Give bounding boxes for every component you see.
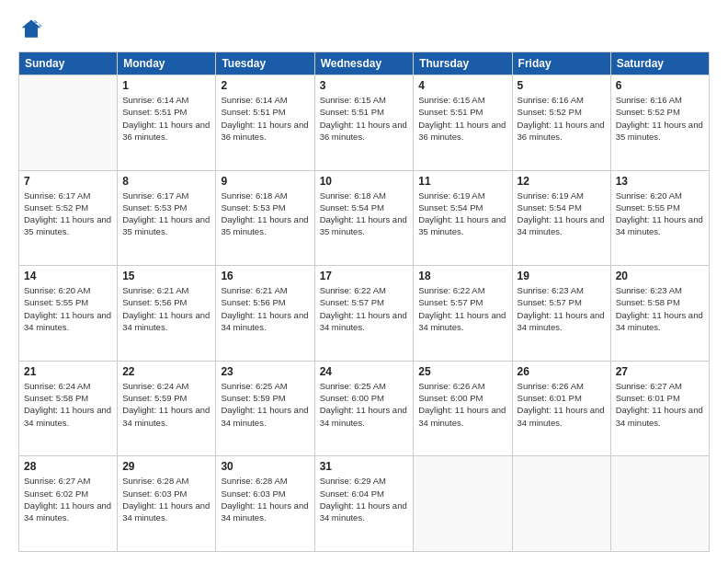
day-cell: 24Sunrise: 6:25 AMSunset: 6:00 PMDayligh… — [314, 361, 414, 456]
day-info: Sunrise: 6:24 AMSunset: 5:59 PMDaylight:… — [122, 380, 210, 429]
calendar-header-row: SundayMondayTuesdayWednesdayThursdayFrid… — [19, 52, 710, 75]
header-sunday: Sunday — [19, 52, 118, 75]
day-number: 10 — [320, 175, 409, 188]
day-number: 18 — [418, 270, 506, 282]
header-wednesday: Wednesday — [314, 52, 414, 75]
header-thursday: Thursday — [414, 52, 512, 75]
day-cell: 21Sunrise: 6:24 AMSunset: 5:58 PMDayligh… — [19, 361, 118, 456]
day-info: Sunrise: 6:24 AMSunset: 5:58 PMDaylight:… — [24, 380, 112, 429]
day-number: 3 — [320, 79, 409, 92]
day-cell: 23Sunrise: 6:25 AMSunset: 5:59 PMDayligh… — [216, 361, 314, 456]
day-number: 7 — [24, 175, 112, 188]
day-number: 9 — [221, 175, 309, 188]
day-number: 28 — [24, 460, 112, 473]
day-info: Sunrise: 6:23 AMSunset: 5:58 PMDaylight:… — [616, 284, 704, 333]
day-number: 11 — [418, 175, 506, 188]
day-cell — [19, 75, 118, 171]
day-cell: 11Sunrise: 6:19 AMSunset: 5:54 PMDayligh… — [414, 170, 512, 266]
day-cell: 7Sunrise: 6:17 AMSunset: 5:52 PMDaylight… — [19, 170, 118, 266]
day-info: Sunrise: 6:16 AMSunset: 5:52 PMDaylight:… — [616, 94, 704, 143]
day-cell: 26Sunrise: 6:26 AMSunset: 6:01 PMDayligh… — [512, 361, 610, 456]
day-number: 21 — [24, 365, 112, 378]
day-info: Sunrise: 6:15 AMSunset: 5:51 PMDaylight:… — [320, 94, 409, 143]
header-monday: Monday — [118, 52, 216, 75]
day-info: Sunrise: 6:20 AMSunset: 5:55 PMDaylight:… — [616, 190, 704, 238]
day-info: Sunrise: 6:28 AMSunset: 6:03 PMDaylight:… — [221, 475, 309, 523]
day-cell: 4Sunrise: 6:15 AMSunset: 5:51 PMDaylight… — [414, 75, 512, 171]
day-cell: 31Sunrise: 6:29 AMSunset: 6:04 PMDayligh… — [314, 456, 414, 552]
day-number: 29 — [122, 460, 210, 473]
day-cell: 10Sunrise: 6:18 AMSunset: 5:54 PMDayligh… — [314, 170, 414, 266]
day-info: Sunrise: 6:23 AMSunset: 5:57 PMDaylight:… — [518, 284, 606, 333]
header-saturday: Saturday — [610, 52, 709, 75]
day-number: 14 — [24, 270, 112, 282]
day-cell: 20Sunrise: 6:23 AMSunset: 5:58 PMDayligh… — [610, 266, 709, 362]
day-number: 26 — [518, 365, 606, 378]
day-info: Sunrise: 6:14 AMSunset: 5:51 PMDaylight:… — [221, 94, 309, 143]
day-info: Sunrise: 6:21 AMSunset: 5:56 PMDaylight:… — [122, 284, 210, 333]
day-cell: 28Sunrise: 6:27 AMSunset: 6:02 PMDayligh… — [19, 456, 118, 552]
day-cell: 17Sunrise: 6:22 AMSunset: 5:57 PMDayligh… — [314, 266, 414, 362]
header-tuesday: Tuesday — [216, 52, 314, 75]
day-info: Sunrise: 6:15 AMSunset: 5:51 PMDaylight:… — [418, 94, 506, 143]
day-number: 27 — [616, 365, 704, 378]
day-cell: 29Sunrise: 6:28 AMSunset: 6:03 PMDayligh… — [118, 456, 216, 552]
logo-icon — [18, 17, 44, 42]
day-number: 1 — [122, 79, 210, 92]
day-cell: 1Sunrise: 6:14 AMSunset: 5:51 PMDaylight… — [118, 75, 216, 171]
day-number: 12 — [518, 175, 606, 188]
day-cell: 3Sunrise: 6:15 AMSunset: 5:51 PMDaylight… — [314, 75, 414, 171]
day-info: Sunrise: 6:18 AMSunset: 5:53 PMDaylight:… — [221, 190, 309, 238]
day-info: Sunrise: 6:29 AMSunset: 6:04 PMDaylight:… — [320, 475, 409, 523]
header — [18, 17, 710, 42]
day-cell: 13Sunrise: 6:20 AMSunset: 5:55 PMDayligh… — [610, 170, 709, 266]
week-row-2: 7Sunrise: 6:17 AMSunset: 5:52 PMDaylight… — [19, 170, 710, 266]
day-info: Sunrise: 6:26 AMSunset: 6:00 PMDaylight:… — [418, 380, 506, 429]
logo — [18, 17, 48, 42]
day-info: Sunrise: 6:26 AMSunset: 6:01 PMDaylight:… — [518, 380, 606, 429]
day-number: 17 — [320, 270, 409, 282]
day-number: 30 — [221, 460, 309, 473]
header-friday: Friday — [512, 52, 610, 75]
day-cell: 30Sunrise: 6:28 AMSunset: 6:03 PMDayligh… — [216, 456, 314, 552]
day-info: Sunrise: 6:17 AMSunset: 5:53 PMDaylight:… — [122, 190, 210, 238]
day-number: 6 — [616, 79, 704, 92]
day-cell: 8Sunrise: 6:17 AMSunset: 5:53 PMDaylight… — [118, 170, 216, 266]
day-info: Sunrise: 6:22 AMSunset: 5:57 PMDaylight:… — [320, 284, 409, 333]
day-info: Sunrise: 6:25 AMSunset: 5:59 PMDaylight:… — [221, 380, 309, 429]
day-info: Sunrise: 6:27 AMSunset: 6:01 PMDaylight:… — [616, 380, 704, 429]
week-row-1: 1Sunrise: 6:14 AMSunset: 5:51 PMDaylight… — [19, 75, 710, 171]
day-info: Sunrise: 6:28 AMSunset: 6:03 PMDaylight:… — [122, 475, 210, 523]
day-cell: 2Sunrise: 6:14 AMSunset: 5:51 PMDaylight… — [216, 75, 314, 171]
day-cell: 19Sunrise: 6:23 AMSunset: 5:57 PMDayligh… — [512, 266, 610, 362]
day-cell — [414, 456, 512, 552]
day-number: 22 — [122, 365, 210, 378]
day-number: 2 — [221, 79, 309, 92]
day-number: 16 — [221, 270, 309, 282]
day-number: 8 — [122, 175, 210, 188]
day-cell: 15Sunrise: 6:21 AMSunset: 5:56 PMDayligh… — [118, 266, 216, 362]
week-row-3: 14Sunrise: 6:20 AMSunset: 5:55 PMDayligh… — [19, 266, 710, 362]
day-cell: 6Sunrise: 6:16 AMSunset: 5:52 PMDaylight… — [610, 75, 709, 171]
day-info: Sunrise: 6:14 AMSunset: 5:51 PMDaylight:… — [122, 94, 210, 143]
day-number: 15 — [122, 270, 210, 282]
week-row-4: 21Sunrise: 6:24 AMSunset: 5:58 PMDayligh… — [19, 361, 710, 456]
day-cell: 9Sunrise: 6:18 AMSunset: 5:53 PMDaylight… — [216, 170, 314, 266]
day-cell: 25Sunrise: 6:26 AMSunset: 6:00 PMDayligh… — [414, 361, 512, 456]
day-cell: 27Sunrise: 6:27 AMSunset: 6:01 PMDayligh… — [610, 361, 709, 456]
day-number: 13 — [616, 175, 704, 188]
day-cell: 5Sunrise: 6:16 AMSunset: 5:52 PMDaylight… — [512, 75, 610, 171]
day-info: Sunrise: 6:22 AMSunset: 5:57 PMDaylight:… — [418, 284, 506, 333]
svg-marker-0 — [22, 20, 41, 38]
day-number: 31 — [320, 460, 409, 473]
day-info: Sunrise: 6:21 AMSunset: 5:56 PMDaylight:… — [221, 284, 309, 333]
week-row-5: 28Sunrise: 6:27 AMSunset: 6:02 PMDayligh… — [19, 456, 710, 552]
day-cell: 22Sunrise: 6:24 AMSunset: 5:59 PMDayligh… — [118, 361, 216, 456]
day-number: 23 — [221, 365, 309, 378]
day-number: 4 — [418, 79, 506, 92]
day-info: Sunrise: 6:27 AMSunset: 6:02 PMDaylight:… — [24, 475, 112, 523]
day-cell: 16Sunrise: 6:21 AMSunset: 5:56 PMDayligh… — [216, 266, 314, 362]
day-cell — [512, 456, 610, 552]
day-info: Sunrise: 6:18 AMSunset: 5:54 PMDaylight:… — [320, 190, 409, 238]
day-number: 20 — [616, 270, 704, 282]
